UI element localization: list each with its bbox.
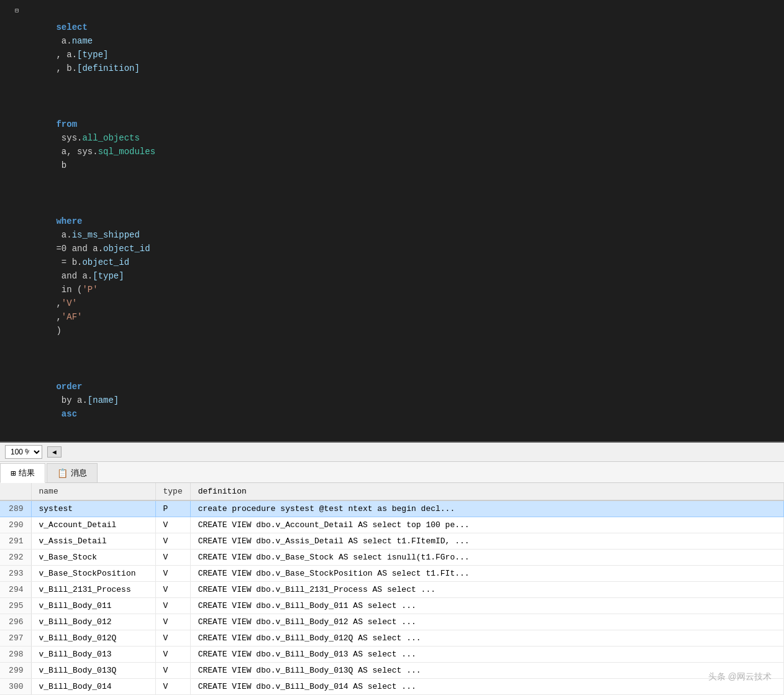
table-row[interactable]: 296v_Bill_Body_012VCREATE VIEW dbo.v_Bil… <box>0 614 784 630</box>
cell-type: V <box>155 598 190 614</box>
cell-definition: create procedure systest @test ntext as … <box>190 500 783 517</box>
cell-name: v_Bill_2131_Process <box>31 582 155 598</box>
cell-definition: CREATE VIEW dbo.v_Account_Detail AS sele… <box>190 517 783 533</box>
cell-name: v_Assis_Detail <box>31 533 155 550</box>
cell-type: V <box>155 679 190 695</box>
cell-type: V <box>155 582 190 598</box>
cell-name: v_Base_Stock <box>31 550 155 566</box>
cell-type: V <box>155 630 190 647</box>
tab-results[interactable]: ⊞ 结果 <box>0 463 45 483</box>
table-row[interactable]: 297v_Bill_Body_012QVCREATE VIEW dbo.v_Bi… <box>0 630 784 647</box>
cell-type: V <box>155 647 190 663</box>
cell-type: V <box>155 517 190 533</box>
table-row[interactable]: 295v_Bill_Body_011VCREATE VIEW dbo.v_Bil… <box>0 598 784 614</box>
cell-row-id: 295 <box>0 598 31 614</box>
cell-row-id: 297 <box>0 630 31 647</box>
cell-row-id: 298 <box>0 647 31 663</box>
sql-content-3: where a.is_ms_shipped =0 and a.object_id… <box>25 187 784 351</box>
cell-type: V <box>155 550 190 566</box>
table-row[interactable]: 290v_Account_DetailVCREATE VIEW dbo.v_Ac… <box>0 517 784 533</box>
cell-row-id: 293 <box>0 566 31 582</box>
cell-definition: CREATE VIEW dbo.v_Bill_Body_013 AS selec… <box>190 647 783 663</box>
cell-type: P <box>155 500 190 517</box>
table-row[interactable]: 299v_Bill_Body_013QVCREATE VIEW dbo.v_Bi… <box>0 663 784 679</box>
cell-row-id: 296 <box>0 614 31 630</box>
sql-content-2: from sys.all_objects a, sys.sql_modules … <box>25 90 784 186</box>
cell-name: v_Bill_Body_014 <box>31 679 155 695</box>
zoom-select[interactable]: 100 % 75 % 125 % 150 % <box>5 445 42 459</box>
cell-row-id: 291 <box>0 533 31 550</box>
tab-messages[interactable]: 📋 消息 <box>47 463 98 482</box>
sql-line-2: from sys.all_objects a, sys.sql_modules … <box>0 90 784 186</box>
results-area[interactable]: name type definition 289systestPcreate p… <box>0 483 784 695</box>
cell-type: V <box>155 663 190 679</box>
table-row[interactable]: 291v_Assis_DetailVCREATE VIEW dbo.v_Assi… <box>0 533 784 550</box>
cell-type: V <box>155 566 190 582</box>
keyword-order: order <box>56 382 82 392</box>
cell-name: v_Bill_Body_011 <box>31 598 155 614</box>
cell-name: v_Bill_Body_012Q <box>31 630 155 647</box>
cell-definition: CREATE VIEW dbo.v_Assis_Detail AS select… <box>190 533 783 550</box>
cell-name: v_Account_Detail <box>31 517 155 533</box>
tab-results-label: 结果 <box>19 467 35 479</box>
nav-back-button[interactable]: ◄ <box>47 446 62 458</box>
tabs-bar: ⊞ 结果 📋 消息 <box>0 462 784 483</box>
cell-definition: CREATE VIEW dbo.v_Bill_Body_013Q AS sele… <box>190 663 783 679</box>
sql-editor: ⊟ select a.name , a.[type] , b.[definiti… <box>0 0 784 443</box>
col-header-type: type <box>155 483 190 500</box>
results-icon: ⊞ <box>11 468 16 479</box>
cell-definition: CREATE VIEW dbo.v_Bill_Body_012 AS selec… <box>190 614 783 630</box>
table-row[interactable]: 289systestPcreate procedure systest @tes… <box>0 500 784 517</box>
sql-content-4: order by a.[name] asc <box>25 352 784 435</box>
cell-name: systest <box>31 500 155 517</box>
keyword-from: from <box>56 119 77 129</box>
col-header-name: name <box>31 483 155 500</box>
cell-type: V <box>155 614 190 630</box>
col-header-definition: definition <box>190 483 783 500</box>
collapse-icon[interactable]: ⊟ <box>15 7 19 14</box>
cell-definition: CREATE VIEW dbo.v_Base_Stock AS select i… <box>190 550 783 566</box>
cell-definition: CREATE VIEW dbo.v_Bill_2131_Process AS s… <box>190 582 783 598</box>
col-header-id <box>0 483 31 500</box>
cell-name: v_Bill_Body_012 <box>31 614 155 630</box>
table-row[interactable]: 293v_Base_StockPositionVCREATE VIEW dbo.… <box>0 566 784 582</box>
cell-row-id: 289 <box>0 500 31 517</box>
sql-content-1: select a.name , a.[type] , b.[definition… <box>25 7 784 89</box>
cell-definition: CREATE VIEW dbo.v_Bill_Body_012Q AS sele… <box>190 630 783 647</box>
cell-row-id: 292 <box>0 550 31 566</box>
sql-line-1: ⊟ select a.name , a.[type] , b.[definiti… <box>0 6 784 90</box>
watermark: 头条 @网云技术 <box>708 671 772 683</box>
sql-line-4: order by a.[name] asc <box>0 352 784 435</box>
results-table: name type definition 289systestPcreate p… <box>0 483 784 695</box>
table-row[interactable]: 294v_Bill_2131_ProcessVCREATE VIEW dbo.v… <box>0 582 784 598</box>
cell-name: v_Bill_Body_013Q <box>31 663 155 679</box>
cell-definition: CREATE VIEW dbo.v_Bill_Body_014 AS selec… <box>190 679 783 695</box>
cell-name: v_Bill_Body_013 <box>31 647 155 663</box>
cell-row-id: 294 <box>0 582 31 598</box>
table-row[interactable]: 300v_Bill_Body_014VCREATE VIEW dbo.v_Bil… <box>0 679 784 695</box>
cell-row-id: 299 <box>0 663 31 679</box>
table-row[interactable]: 292v_Base_StockVCREATE VIEW dbo.v_Base_S… <box>0 550 784 566</box>
messages-icon: 📋 <box>57 468 68 479</box>
cell-row-id: 300 <box>0 679 31 695</box>
cell-definition: CREATE VIEW dbo.v_Base_StockPosition AS … <box>190 566 783 582</box>
keyword-select: select <box>56 22 87 32</box>
cell-name: v_Base_StockPosition <box>31 566 155 582</box>
keyword-asc: asc <box>56 409 77 419</box>
cell-definition: CREATE VIEW dbo.v_Bill_Body_011 AS selec… <box>190 598 783 614</box>
cell-type: V <box>155 533 190 550</box>
sql-line-3: where a.is_ms_shipped =0 and a.object_id… <box>0 186 784 352</box>
tab-messages-label: 消息 <box>71 467 87 479</box>
table-header-row: name type definition <box>0 483 784 500</box>
toolbar: 100 % 75 % 125 % 150 % ◄ <box>0 443 784 462</box>
keyword-where: where <box>56 216 82 226</box>
cell-row-id: 290 <box>0 517 31 533</box>
gutter-1: ⊟ <box>0 7 25 14</box>
table-row[interactable]: 298v_Bill_Body_013V CREATE VIEW dbo.v_Bi… <box>0 647 784 663</box>
